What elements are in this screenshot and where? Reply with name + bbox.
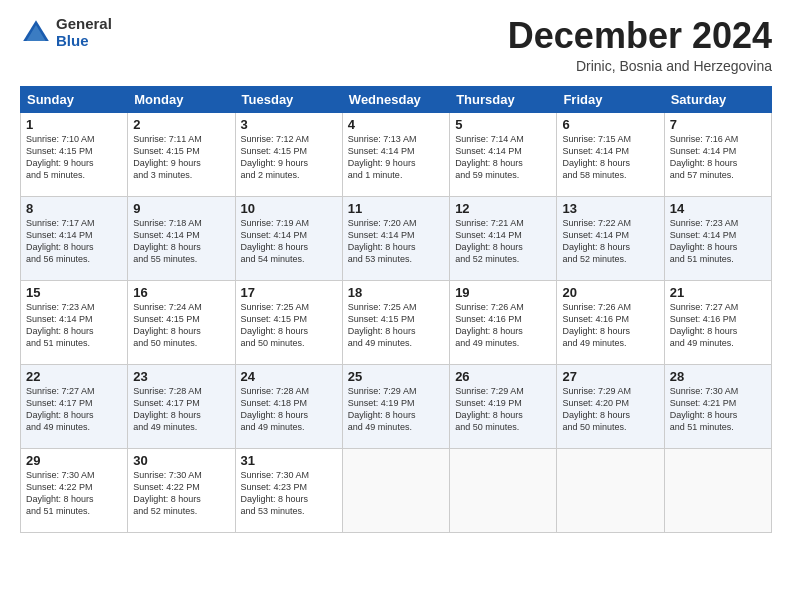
day-info: Sunrise: 7:11 AM Sunset: 4:15 PM Dayligh…	[133, 133, 229, 182]
day-number: 7	[670, 117, 766, 132]
calendar-cell: 1Sunrise: 7:10 AM Sunset: 4:15 PM Daylig…	[21, 112, 128, 196]
header: General Blue December 2024 Drinic, Bosni…	[20, 16, 772, 74]
day-info: Sunrise: 7:25 AM Sunset: 4:15 PM Dayligh…	[348, 301, 444, 350]
day-number: 27	[562, 369, 658, 384]
day-info: Sunrise: 7:20 AM Sunset: 4:14 PM Dayligh…	[348, 217, 444, 266]
day-info: Sunrise: 7:23 AM Sunset: 4:14 PM Dayligh…	[670, 217, 766, 266]
day-info: Sunrise: 7:30 AM Sunset: 4:22 PM Dayligh…	[26, 469, 122, 518]
day-number: 8	[26, 201, 122, 216]
calendar-table: SundayMondayTuesdayWednesdayThursdayFrid…	[20, 86, 772, 533]
calendar-cell: 22Sunrise: 7:27 AM Sunset: 4:17 PM Dayli…	[21, 364, 128, 448]
day-info: Sunrise: 7:27 AM Sunset: 4:17 PM Dayligh…	[26, 385, 122, 434]
calendar-header-row: SundayMondayTuesdayWednesdayThursdayFrid…	[21, 86, 772, 112]
day-info: Sunrise: 7:18 AM Sunset: 4:14 PM Dayligh…	[133, 217, 229, 266]
day-info: Sunrise: 7:12 AM Sunset: 4:15 PM Dayligh…	[241, 133, 337, 182]
day-number: 29	[26, 453, 122, 468]
day-info: Sunrise: 7:27 AM Sunset: 4:16 PM Dayligh…	[670, 301, 766, 350]
day-number: 25	[348, 369, 444, 384]
day-number: 11	[348, 201, 444, 216]
logo-blue-text: Blue	[56, 33, 112, 50]
calendar-week-4: 22Sunrise: 7:27 AM Sunset: 4:17 PM Dayli…	[21, 364, 772, 448]
calendar-cell: 5Sunrise: 7:14 AM Sunset: 4:14 PM Daylig…	[450, 112, 557, 196]
calendar-cell: 3Sunrise: 7:12 AM Sunset: 4:15 PM Daylig…	[235, 112, 342, 196]
day-info: Sunrise: 7:25 AM Sunset: 4:15 PM Dayligh…	[241, 301, 337, 350]
calendar-cell: 14Sunrise: 7:23 AM Sunset: 4:14 PM Dayli…	[664, 196, 771, 280]
calendar-cell	[557, 448, 664, 532]
day-number: 12	[455, 201, 551, 216]
day-number: 28	[670, 369, 766, 384]
calendar-cell: 27Sunrise: 7:29 AM Sunset: 4:20 PM Dayli…	[557, 364, 664, 448]
day-number: 13	[562, 201, 658, 216]
calendar-cell: 24Sunrise: 7:28 AM Sunset: 4:18 PM Dayli…	[235, 364, 342, 448]
day-info: Sunrise: 7:30 AM Sunset: 4:23 PM Dayligh…	[241, 469, 337, 518]
day-info: Sunrise: 7:26 AM Sunset: 4:16 PM Dayligh…	[562, 301, 658, 350]
day-number: 24	[241, 369, 337, 384]
calendar-cell: 17Sunrise: 7:25 AM Sunset: 4:15 PM Dayli…	[235, 280, 342, 364]
col-header-friday: Friday	[557, 86, 664, 112]
page: General Blue December 2024 Drinic, Bosni…	[0, 0, 792, 543]
calendar-cell: 12Sunrise: 7:21 AM Sunset: 4:14 PM Dayli…	[450, 196, 557, 280]
day-number: 9	[133, 201, 229, 216]
calendar-cell: 19Sunrise: 7:26 AM Sunset: 4:16 PM Dayli…	[450, 280, 557, 364]
day-info: Sunrise: 7:29 AM Sunset: 4:19 PM Dayligh…	[348, 385, 444, 434]
day-info: Sunrise: 7:10 AM Sunset: 4:15 PM Dayligh…	[26, 133, 122, 182]
calendar-cell: 2Sunrise: 7:11 AM Sunset: 4:15 PM Daylig…	[128, 112, 235, 196]
day-info: Sunrise: 7:21 AM Sunset: 4:14 PM Dayligh…	[455, 217, 551, 266]
day-info: Sunrise: 7:29 AM Sunset: 4:20 PM Dayligh…	[562, 385, 658, 434]
calendar-cell: 10Sunrise: 7:19 AM Sunset: 4:14 PM Dayli…	[235, 196, 342, 280]
calendar-cell: 30Sunrise: 7:30 AM Sunset: 4:22 PM Dayli…	[128, 448, 235, 532]
day-number: 14	[670, 201, 766, 216]
calendar-cell	[450, 448, 557, 532]
day-number: 15	[26, 285, 122, 300]
month-title: December 2024	[508, 16, 772, 56]
day-info: Sunrise: 7:28 AM Sunset: 4:17 PM Dayligh…	[133, 385, 229, 434]
calendar-week-3: 15Sunrise: 7:23 AM Sunset: 4:14 PM Dayli…	[21, 280, 772, 364]
calendar-week-2: 8Sunrise: 7:17 AM Sunset: 4:14 PM Daylig…	[21, 196, 772, 280]
day-info: Sunrise: 7:14 AM Sunset: 4:14 PM Dayligh…	[455, 133, 551, 182]
day-info: Sunrise: 7:28 AM Sunset: 4:18 PM Dayligh…	[241, 385, 337, 434]
calendar-cell: 25Sunrise: 7:29 AM Sunset: 4:19 PM Dayli…	[342, 364, 449, 448]
calendar-cell: 4Sunrise: 7:13 AM Sunset: 4:14 PM Daylig…	[342, 112, 449, 196]
day-number: 1	[26, 117, 122, 132]
col-header-tuesday: Tuesday	[235, 86, 342, 112]
day-number: 5	[455, 117, 551, 132]
calendar-cell: 23Sunrise: 7:28 AM Sunset: 4:17 PM Dayli…	[128, 364, 235, 448]
day-number: 22	[26, 369, 122, 384]
title-block: December 2024 Drinic, Bosnia and Herzego…	[508, 16, 772, 74]
day-number: 6	[562, 117, 658, 132]
calendar-cell: 18Sunrise: 7:25 AM Sunset: 4:15 PM Dayli…	[342, 280, 449, 364]
calendar-cell: 21Sunrise: 7:27 AM Sunset: 4:16 PM Dayli…	[664, 280, 771, 364]
calendar-cell: 15Sunrise: 7:23 AM Sunset: 4:14 PM Dayli…	[21, 280, 128, 364]
calendar-week-1: 1Sunrise: 7:10 AM Sunset: 4:15 PM Daylig…	[21, 112, 772, 196]
logo-icon	[20, 17, 52, 49]
day-info: Sunrise: 7:30 AM Sunset: 4:21 PM Dayligh…	[670, 385, 766, 434]
calendar-cell: 11Sunrise: 7:20 AM Sunset: 4:14 PM Dayli…	[342, 196, 449, 280]
day-number: 17	[241, 285, 337, 300]
col-header-wednesday: Wednesday	[342, 86, 449, 112]
day-info: Sunrise: 7:26 AM Sunset: 4:16 PM Dayligh…	[455, 301, 551, 350]
calendar-cell	[664, 448, 771, 532]
day-info: Sunrise: 7:15 AM Sunset: 4:14 PM Dayligh…	[562, 133, 658, 182]
day-info: Sunrise: 7:24 AM Sunset: 4:15 PM Dayligh…	[133, 301, 229, 350]
day-info: Sunrise: 7:13 AM Sunset: 4:14 PM Dayligh…	[348, 133, 444, 182]
calendar-cell: 29Sunrise: 7:30 AM Sunset: 4:22 PM Dayli…	[21, 448, 128, 532]
day-info: Sunrise: 7:19 AM Sunset: 4:14 PM Dayligh…	[241, 217, 337, 266]
col-header-monday: Monday	[128, 86, 235, 112]
day-number: 30	[133, 453, 229, 468]
logo-general-text: General	[56, 16, 112, 33]
day-number: 19	[455, 285, 551, 300]
day-number: 4	[348, 117, 444, 132]
col-header-sunday: Sunday	[21, 86, 128, 112]
calendar-cell	[342, 448, 449, 532]
calendar-cell: 20Sunrise: 7:26 AM Sunset: 4:16 PM Dayli…	[557, 280, 664, 364]
location-subtitle: Drinic, Bosnia and Herzegovina	[508, 58, 772, 74]
day-number: 31	[241, 453, 337, 468]
day-info: Sunrise: 7:23 AM Sunset: 4:14 PM Dayligh…	[26, 301, 122, 350]
day-info: Sunrise: 7:16 AM Sunset: 4:14 PM Dayligh…	[670, 133, 766, 182]
day-info: Sunrise: 7:29 AM Sunset: 4:19 PM Dayligh…	[455, 385, 551, 434]
day-info: Sunrise: 7:22 AM Sunset: 4:14 PM Dayligh…	[562, 217, 658, 266]
logo: General Blue	[20, 16, 112, 49]
calendar-cell: 16Sunrise: 7:24 AM Sunset: 4:15 PM Dayli…	[128, 280, 235, 364]
calendar-cell: 28Sunrise: 7:30 AM Sunset: 4:21 PM Dayli…	[664, 364, 771, 448]
day-number: 2	[133, 117, 229, 132]
